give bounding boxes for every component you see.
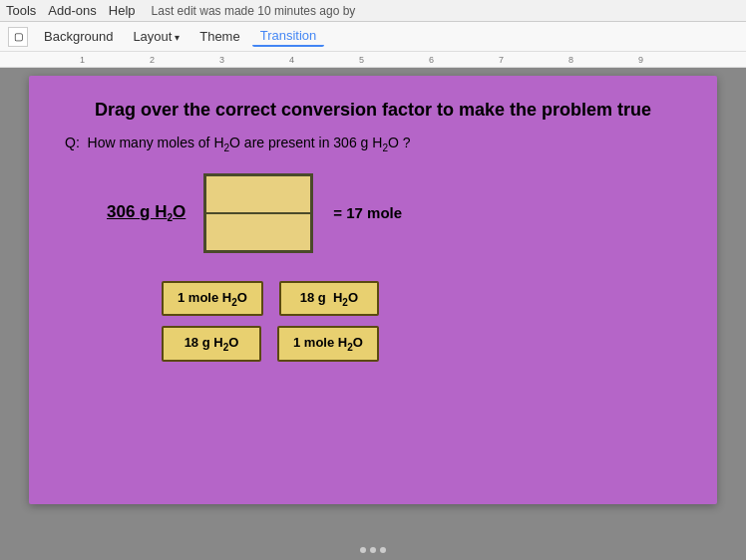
toolbar-layout[interactable]: Layout [125, 27, 187, 46]
ruler-5: 5 [359, 55, 364, 65]
ruler-4: 4 [289, 55, 294, 65]
ruler-6: 6 [429, 55, 434, 65]
ruler-2: 2 [150, 55, 155, 65]
toolbar: ▢ Background Layout Theme Transition [0, 22, 746, 52]
fraction-area: 306 g H2O = 17 mole [107, 173, 689, 253]
slide-icon[interactable]: ▢ [8, 27, 28, 47]
last-edit-text: Last edit was made 10 minutes ago by [152, 4, 356, 18]
choice-1-mole-h2o-bottom[interactable]: 1 mole H2O [277, 326, 379, 362]
menu-tools[interactable]: Tools [6, 3, 36, 18]
ruler-8: 8 [568, 55, 573, 65]
slide: Drag over the correct conversion factor … [29, 76, 717, 504]
slide-title: Drag over the correct conversion factor … [57, 100, 689, 121]
toolbar-theme[interactable]: Theme [191, 27, 247, 46]
nav-dot-3[interactable] [380, 547, 386, 553]
ruler: 1 2 3 4 5 6 7 8 9 [0, 52, 746, 68]
ruler-1: 1 [80, 55, 85, 65]
ruler-3: 3 [219, 55, 224, 65]
choices-container: 1 mole H2O 18 g H2O 18 g H2O 1 mole H2O [162, 281, 689, 362]
fraction-denominator[interactable] [206, 214, 310, 250]
slide-area: Drag over the correct conversion factor … [0, 68, 746, 540]
equals-mole: = 17 mole [333, 204, 402, 221]
fraction-drop-box[interactable] [203, 173, 313, 253]
ruler-9: 9 [638, 55, 643, 65]
menu-help[interactable]: Help [109, 3, 136, 18]
given-value: 306 g H2O [107, 202, 186, 223]
toolbar-transition[interactable]: Transition [252, 26, 325, 47]
choices-row-2: 18 g H2O 1 mole H2O [162, 326, 689, 362]
choice-18g-h2o-bottom[interactable]: 18 g H2O [162, 326, 261, 362]
choice-18g-h2o-top[interactable]: 18 g H2O [279, 281, 379, 317]
ruler-7: 7 [499, 55, 504, 65]
menu-addons[interactable]: Add-ons [48, 3, 96, 18]
toolbar-background[interactable]: Background [36, 27, 121, 46]
fraction-numerator[interactable] [206, 176, 310, 214]
nav-dot-1[interactable] [360, 547, 366, 553]
nav-dot-2[interactable] [370, 547, 376, 553]
bottom-nav [0, 540, 746, 560]
choices-row-1: 1 mole H2O 18 g H2O [162, 281, 689, 317]
menu-bar: Tools Add-ons Help Last edit was made 10… [0, 0, 746, 22]
slide-question: Q: How many moles of H2O are present in … [65, 135, 689, 153]
choice-1-mole-h2o-top[interactable]: 1 mole H2O [162, 281, 263, 317]
